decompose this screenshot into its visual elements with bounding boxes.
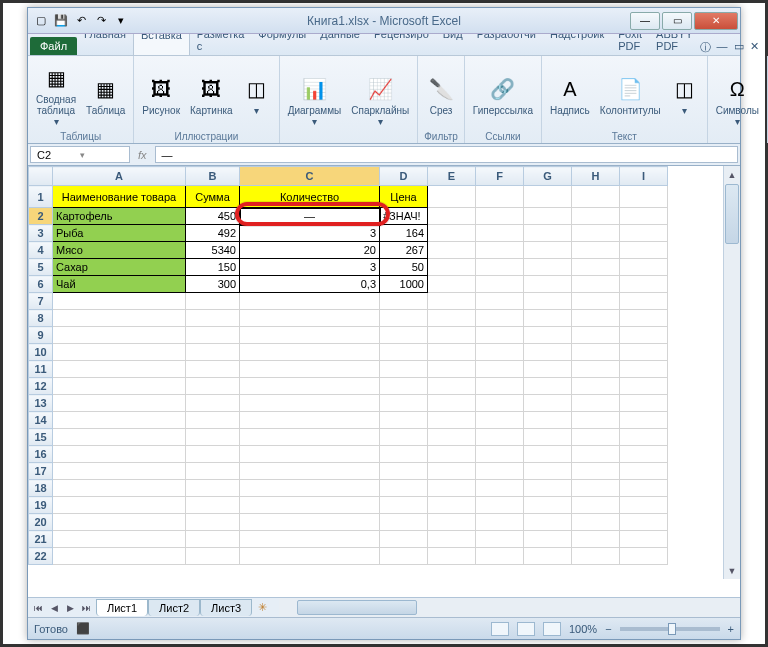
zoom-in-button[interactable]: + [728,623,734,635]
row-header-21[interactable]: 21 [29,531,53,548]
cell-F4[interactable] [476,242,524,259]
cell-F19[interactable] [476,497,524,514]
cell-C9[interactable] [240,327,380,344]
worksheet-grid[interactable]: ABCDEFGHI1Наименование товараСуммаКоличе… [28,166,740,597]
row-header-13[interactable]: 13 [29,395,53,412]
row-header-16[interactable]: 16 [29,446,53,463]
cell-A4[interactable]: Мясо [53,242,186,259]
cell-F9[interactable] [476,327,524,344]
cell-I8[interactable] [620,310,668,327]
cell-A8[interactable] [53,310,186,327]
cell-H4[interactable] [572,242,620,259]
cell-F11[interactable] [476,361,524,378]
header-cell-A[interactable]: Наименование товара [53,186,186,208]
cell-F22[interactable] [476,548,524,565]
cell-F16[interactable] [476,446,524,463]
cell-B14[interactable] [186,412,240,429]
cell-D10[interactable] [380,344,428,361]
cell-I17[interactable] [620,463,668,480]
cell-B5[interactable]: 150 [186,259,240,276]
cell-E10[interactable] [428,344,476,361]
sheet-nav-3[interactable]: ⏭ [78,603,94,613]
cell-D4[interactable]: 267 [380,242,428,259]
cell-H14[interactable] [572,412,620,429]
cell-C2[interactable]: — [240,208,380,225]
minimize-button[interactable]: — [630,12,660,30]
ribbon-button-5-0[interactable]: AНадпись [548,73,592,118]
cell-E22[interactable] [428,548,476,565]
cell-F15[interactable] [476,429,524,446]
cell-E6[interactable] [428,276,476,293]
ribbon-button-0-0[interactable]: ▦Сводная таблица ▾ [34,62,78,129]
cell-I19[interactable] [620,497,668,514]
ribbon-button-1-1[interactable]: 🖼Картинка [188,73,235,118]
normal-view-button[interactable] [491,622,509,636]
cell-I6[interactable] [620,276,668,293]
help-icon[interactable]: ⓘ [700,40,711,55]
undo-icon[interactable]: ↶ [72,12,90,30]
cell-B8[interactable] [186,310,240,327]
cell-E19[interactable] [428,497,476,514]
cell-E21[interactable] [428,531,476,548]
cell-C4[interactable]: 20 [240,242,380,259]
cell-I15[interactable] [620,429,668,446]
file-tab[interactable]: Файл [30,37,77,55]
column-header-H[interactable]: H [572,167,620,186]
cell-C22[interactable] [240,548,380,565]
mdi-restore-button[interactable]: ▭ [734,40,744,55]
cell-H7[interactable] [572,293,620,310]
mdi-minimize-button[interactable]: — [717,40,728,55]
cell-C8[interactable] [240,310,380,327]
cell-D14[interactable] [380,412,428,429]
row-header-22[interactable]: 22 [29,548,53,565]
header-cell-B[interactable]: Сумма [186,186,240,208]
cell-H12[interactable] [572,378,620,395]
close-button[interactable]: ✕ [694,12,738,30]
cell-G14[interactable] [524,412,572,429]
cell-E9[interactable] [428,327,476,344]
cell-G4[interactable] [524,242,572,259]
cell-E2[interactable] [428,208,476,225]
cell-G18[interactable] [524,480,572,497]
row-header-15[interactable]: 15 [29,429,53,446]
cell-A12[interactable] [53,378,186,395]
cell-B19[interactable] [186,497,240,514]
cell-F13[interactable] [476,395,524,412]
cell-C16[interactable] [240,446,380,463]
column-header-B[interactable]: B [186,167,240,186]
cell-G21[interactable] [524,531,572,548]
cell-H13[interactable] [572,395,620,412]
cell-A2[interactable]: Картофель [53,208,186,225]
cell-F21[interactable] [476,531,524,548]
cell-F8[interactable] [476,310,524,327]
row-header-9[interactable]: 9 [29,327,53,344]
row-header-11[interactable]: 11 [29,361,53,378]
cell-I20[interactable] [620,514,668,531]
name-box[interactable]: C2 ▾ [30,146,130,163]
cell-F14[interactable] [476,412,524,429]
cell-B21[interactable] [186,531,240,548]
zoom-out-button[interactable]: − [605,623,611,635]
header-cell-C[interactable]: Количество [240,186,380,208]
cell-H8[interactable] [572,310,620,327]
cell-I7[interactable] [620,293,668,310]
scroll-down-icon[interactable]: ▼ [724,562,740,579]
cell-A6[interactable]: Чай [53,276,186,293]
cell-H18[interactable] [572,480,620,497]
column-header-D[interactable]: D [380,167,428,186]
cell-E7[interactable] [428,293,476,310]
cell-G17[interactable] [524,463,572,480]
cell-D13[interactable] [380,395,428,412]
cell-A20[interactable] [53,514,186,531]
ribbon-button-5-1[interactable]: 📄Колонтитулы [598,73,663,118]
row-header-12[interactable]: 12 [29,378,53,395]
cell-C11[interactable] [240,361,380,378]
column-header-C[interactable]: C [240,167,380,186]
cell-E14[interactable] [428,412,476,429]
sheet-nav-0[interactable]: ⏮ [30,603,46,613]
cell-B9[interactable] [186,327,240,344]
row-header-1[interactable]: 1 [29,186,53,208]
cell-B13[interactable] [186,395,240,412]
cell-A5[interactable]: Сахар [53,259,186,276]
cell-G3[interactable] [524,225,572,242]
